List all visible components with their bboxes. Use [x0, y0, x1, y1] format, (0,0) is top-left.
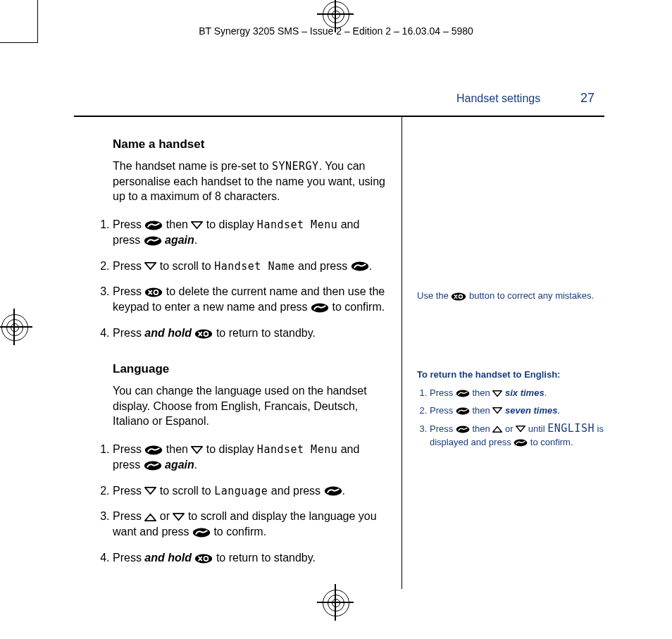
- ok-phone-icon: [351, 261, 369, 271]
- text-emphasis: again: [165, 234, 194, 246]
- main-content: Name a handset The handset name is pre-s…: [93, 137, 385, 581]
- text: to confirm.: [211, 526, 266, 538]
- ok-phone-icon: [311, 303, 329, 313]
- ok-phone-icon: [514, 439, 528, 447]
- header-rule: [74, 116, 604, 117]
- down-arrow-icon: [191, 446, 203, 454]
- text: Use the: [417, 290, 451, 301]
- text: Press: [113, 510, 144, 522]
- text: .: [342, 485, 345, 497]
- display-text: ENGLISH: [547, 422, 595, 435]
- registration-target-bottom: [321, 588, 349, 616]
- text: to confirm.: [329, 301, 385, 313]
- down-arrow-icon: [492, 390, 502, 397]
- down-arrow-icon: [144, 262, 156, 271]
- down-arrow-icon: [492, 407, 502, 414]
- text: Press: [113, 552, 144, 564]
- text: Press: [430, 405, 456, 416]
- registration-target-left: [0, 313, 28, 341]
- crop-mark: [37, 0, 38, 43]
- text: then: [470, 405, 493, 416]
- text: .: [194, 459, 197, 471]
- ok-phone-icon: [144, 445, 163, 455]
- step-2: Press to scroll to Handset Name and pres…: [113, 259, 385, 274]
- ok-phone-icon: [144, 236, 162, 246]
- text-emphasis: and hold: [144, 327, 192, 339]
- text: Press: [113, 285, 144, 297]
- section-title: Handset settings: [456, 92, 540, 105]
- display-text: Handset Name: [214, 260, 294, 273]
- step-3: Press or to scroll and display the langu…: [113, 509, 385, 540]
- language-intro: You can change the language used on the …: [113, 383, 385, 429]
- ok-phone-icon: [324, 486, 342, 496]
- name-handset-heading: Name a handset: [113, 137, 385, 151]
- down-arrow-icon: [191, 221, 203, 230]
- step-4: Press and hold to return to standby.: [113, 325, 385, 341]
- ok-phone-icon: [144, 461, 162, 471]
- text: .: [545, 387, 547, 398]
- side-step-2: Press then seven times.: [430, 404, 621, 417]
- side-step-3: Press then or until ENGLISH is displayed…: [430, 421, 621, 449]
- text: then: [163, 443, 191, 455]
- text: .: [194, 234, 197, 246]
- up-arrow-icon: [492, 426, 502, 433]
- text: Press: [113, 443, 144, 455]
- text: to return to standby.: [213, 327, 316, 339]
- side-step-1: Press then six times.: [430, 387, 621, 399]
- text: Press: [113, 260, 144, 272]
- language-steps: Press then to display Handset Menu and p…: [93, 442, 385, 566]
- text: or: [502, 423, 516, 434]
- text: or: [156, 510, 173, 522]
- ok-phone-icon: [192, 528, 211, 538]
- text-emphasis: and hold: [144, 552, 192, 564]
- text: then: [470, 387, 493, 398]
- text: Press: [113, 485, 144, 497]
- display-text: Handset Menu: [257, 443, 337, 456]
- text: to scroll to: [156, 485, 214, 497]
- name-handset-intro: The handset name is pre-set to SYNERGY. …: [113, 159, 385, 204]
- up-arrow-icon: [144, 513, 156, 521]
- sidebar-return-steps: Press then six times. Press then seven t…: [417, 387, 621, 449]
- text: to return to standby.: [213, 552, 316, 564]
- step-4: Press and hold to return to standby.: [113, 550, 385, 566]
- column-divider: [402, 116, 402, 589]
- text: .: [369, 260, 372, 272]
- step-1: Press then to display Handset Menu and p…: [113, 217, 385, 249]
- down-arrow-icon: [173, 513, 185, 521]
- cancel-phone-icon: [144, 287, 163, 297]
- text: .: [557, 405, 560, 416]
- text: to confirm.: [528, 437, 573, 447]
- display-text: Handset Menu: [257, 218, 337, 231]
- display-text: SYNERGY: [272, 160, 319, 173]
- text: then: [163, 218, 191, 230]
- ok-phone-icon: [456, 390, 470, 397]
- text: then: [470, 423, 493, 434]
- ok-phone-icon: [144, 221, 163, 230]
- sidebar-notes: Use the button to correct any mistakes. …: [417, 280, 621, 453]
- sidebar-correct-note: Use the button to correct any mistakes.: [417, 290, 621, 302]
- down-arrow-icon: [516, 426, 525, 433]
- cancel-phone-icon: [451, 292, 466, 301]
- ok-phone-icon: [456, 407, 470, 415]
- step-1: Press then to display Handset Menu and p…: [113, 442, 385, 473]
- text: to display: [203, 443, 256, 455]
- text: Press: [430, 423, 456, 434]
- text: until: [525, 423, 547, 434]
- language-heading: Language: [113, 362, 385, 376]
- text: The handset name is pre-set to: [113, 160, 272, 172]
- text: and press: [268, 485, 323, 497]
- text: and press: [295, 260, 351, 272]
- text: button to correct any mistakes.: [466, 290, 594, 301]
- name-handset-steps: Press then to display Handset Menu and p…: [93, 217, 385, 341]
- cancel-phone-icon: [194, 554, 213, 564]
- step-3: Press to delete the current name and the…: [113, 284, 385, 316]
- text: Press: [430, 387, 456, 398]
- cancel-phone-icon: [194, 329, 213, 339]
- text: to display: [203, 218, 256, 230]
- registration-target-top: [321, 0, 349, 28]
- page-number: 27: [580, 91, 595, 106]
- crop-mark: [0, 42, 38, 43]
- text: Press: [113, 327, 144, 339]
- ok-phone-icon: [456, 426, 470, 433]
- text: to scroll to: [156, 260, 214, 272]
